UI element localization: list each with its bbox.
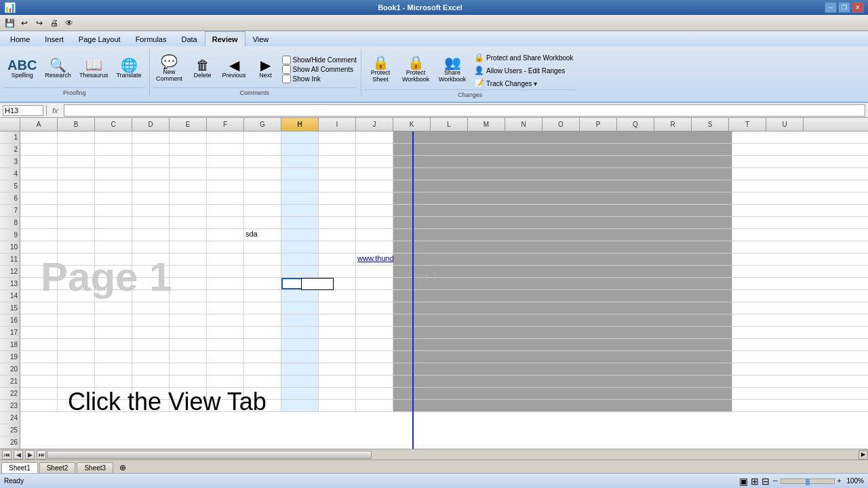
col-header-N[interactable]: N [505,118,542,131]
cell-H9[interactable] [281,229,319,241]
cell-D13[interactable] [132,278,170,289]
cell-E6[interactable] [170,192,207,204]
col-header-Q[interactable]: Q [617,118,654,131]
col-header-J[interactable]: J [356,118,393,131]
cell-B3[interactable] [58,156,95,167]
cell-J14[interactable] [356,290,393,302]
cell-G8[interactable] [244,217,281,228]
sheet-tab-sheet1[interactable]: Sheet1 [1,462,38,473]
cell-I5[interactable] [319,180,356,192]
col-header-B[interactable]: B [58,118,95,131]
h-scroll-right-btn[interactable]: ▶ [859,450,868,460]
share-workbook-btn[interactable]: 👥 ShareWorkbook [435,54,470,85]
zoom-slider[interactable] [781,479,835,484]
col-header-U[interactable]: U [766,118,804,131]
cell-G14[interactable] [244,290,281,302]
tab-review[interactable]: Review [205,31,245,47]
h-scroll-thumb[interactable] [47,451,372,459]
cell-J8[interactable] [356,217,393,228]
col-header-F[interactable]: F [207,118,244,131]
close-btn[interactable]: ✕ [852,2,864,13]
cell-C2[interactable] [95,144,132,155]
cell-D7[interactable] [132,205,170,216]
cell-C12[interactable] [95,266,132,277]
undo-qa-btn[interactable]: ↩ [18,17,31,29]
sheet-nav-last[interactable]: ⏭ [37,450,46,460]
cell-J12[interactable] [356,266,393,277]
cell-C8[interactable] [95,217,132,228]
cell-G13[interactable] [244,278,281,289]
cell-D8[interactable] [132,217,170,228]
translate-btn[interactable]: 🌐 Translate [113,56,144,81]
cell-E13[interactable] [170,278,207,289]
cell-I3[interactable] [319,156,356,167]
cell-A11[interactable] [20,253,58,265]
col-header-R[interactable]: R [654,118,692,131]
cell-H11[interactable] [281,253,319,265]
spelling-btn[interactable]: ABC Spelling [4,56,40,81]
restore-btn[interactable]: ❐ [838,2,850,13]
cell-E3[interactable] [170,156,207,167]
col-header-M[interactable]: M [468,118,505,131]
research-btn[interactable]: 🔍 Research [41,56,75,81]
redo-qa-btn[interactable]: ↪ [33,17,46,29]
cell-A6[interactable] [20,192,58,204]
cell-D4[interactable] [132,168,170,180]
cell-H13[interactable] [281,278,319,289]
print-preview-qa-btn[interactable]: 👁 [62,17,76,29]
cell-G4[interactable] [244,168,281,180]
cell-A7[interactable] [20,205,58,216]
col-header-E[interactable]: E [170,118,207,131]
cell-D1[interactable] [132,131,170,143]
cell-J10[interactable] [356,241,393,253]
view-break-icon[interactable]: ⊟ [762,476,770,487]
print-qa-btn[interactable]: 🖨 [47,17,61,29]
cell-J3[interactable] [356,156,393,167]
cell-J6[interactable] [356,192,393,204]
cell-B12[interactable] [58,266,95,277]
col-header-O[interactable]: O [542,118,580,131]
cell-B4[interactable] [58,168,95,180]
h-scroll-track[interactable] [47,450,859,460]
sheet-tab-sheet3[interactable]: Sheet3 [77,462,113,473]
cell-J9[interactable] [356,229,393,241]
cell-C3[interactable] [95,156,132,167]
cell-C6[interactable] [95,192,132,204]
cell-H12[interactable] [281,266,319,277]
tab-view[interactable]: View [245,31,277,46]
cell-D2[interactable] [132,144,170,155]
cell-C1[interactable] [95,131,132,143]
cell-F8[interactable] [207,217,244,228]
cell-F13[interactable] [207,278,244,289]
cell-E12[interactable] [170,266,207,277]
cell-G9[interactable]: sda [244,229,281,241]
cell-A12[interactable] [20,266,58,277]
cell-F9[interactable] [207,229,244,241]
delete-comment-btn[interactable]: 🗑 Delete [188,56,218,81]
cell-A4[interactable] [20,168,58,180]
cell-I4[interactable] [319,168,356,180]
save-qa-btn[interactable]: 💾 [3,17,16,29]
cell-G3[interactable] [244,156,281,167]
show-ink-cb[interactable]: Show Ink [282,75,357,83]
cell-B14[interactable] [58,290,95,302]
cell-B10[interactable] [58,241,95,253]
cell-E9[interactable] [170,229,207,241]
protect-workbook-btn[interactable]: 🔒 ProtectWorkbook [398,54,433,85]
cell-J4[interactable] [356,168,393,180]
cell-B7[interactable] [58,205,95,216]
cell-A9[interactable] [20,229,58,241]
cell-E14[interactable] [170,290,207,302]
cell-F10[interactable] [207,241,244,253]
show-all-comments-cb[interactable]: Show All Comments [282,65,357,74]
cell-J13[interactable] [356,278,393,289]
col-header-S[interactable]: S [692,118,729,131]
cell-H2[interactable] [281,144,319,155]
cell-H5[interactable] [281,180,319,192]
cell-reference-input[interactable] [3,105,43,116]
col-header-K[interactable]: K [393,118,431,131]
col-header-A[interactable]: A [20,118,58,131]
cell-I10[interactable] [319,241,356,253]
show-hide-comment-cb[interactable]: Show/Hide Comment [282,56,357,64]
tab-formulas[interactable]: Formulas [128,31,174,46]
